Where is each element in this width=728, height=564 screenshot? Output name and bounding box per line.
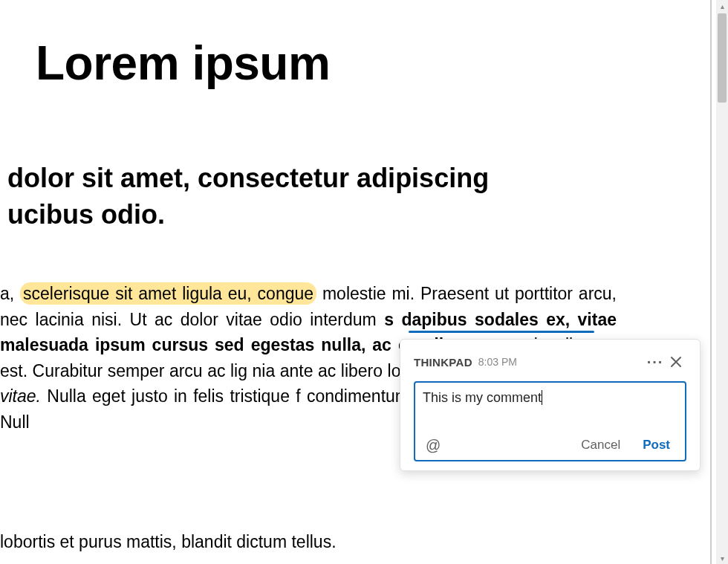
mention-button[interactable]: @ bbox=[423, 435, 443, 456]
document-title: Lorem ipsum bbox=[36, 36, 330, 91]
comment-timestamp: 8:03 PM bbox=[478, 356, 517, 368]
post-button[interactable]: Post bbox=[635, 435, 677, 456]
comment-author: THINKPAD bbox=[414, 356, 472, 369]
comment-input[interactable]: This is my comment bbox=[423, 390, 677, 432]
more-options-button[interactable]: ··· bbox=[645, 351, 666, 372]
vertical-scrollbar[interactable]: ▴ ▾ bbox=[716, 0, 728, 564]
text-seg: a, bbox=[0, 284, 20, 303]
page-right-edge bbox=[710, 0, 712, 564]
comment-header: THINKPAD 8:03 PM ··· bbox=[414, 351, 686, 372]
scrollbar-down-button[interactable]: ▾ bbox=[716, 552, 728, 564]
comment-input-container: This is my comment @ Cancel Post bbox=[414, 381, 686, 461]
document-subtitle: dolor sit amet, consectetur adipiscing u… bbox=[0, 161, 489, 233]
cancel-button[interactable]: Cancel bbox=[573, 435, 628, 456]
comment-input-text: This is my comment bbox=[423, 390, 542, 405]
close-icon bbox=[670, 356, 682, 368]
text-seg: Null bbox=[0, 412, 30, 432]
scrollbar-up-button[interactable]: ▴ bbox=[716, 0, 728, 12]
comment-actions: @ Cancel Post bbox=[423, 435, 677, 456]
text-seg: Nulla eget justo in felis tristique f co… bbox=[41, 386, 420, 406]
close-button[interactable] bbox=[666, 351, 686, 372]
comment-popup: THINKPAD 8:03 PM ··· This is my comment … bbox=[400, 339, 701, 471]
highlight-1[interactable]: scelerisque sit amet ligula eu, congue bbox=[20, 282, 316, 305]
scrollbar-thumb[interactable] bbox=[718, 13, 727, 103]
body-paragraph-2[interactable]: lobortis et purus mattis, blandit dictum… bbox=[0, 529, 617, 555]
